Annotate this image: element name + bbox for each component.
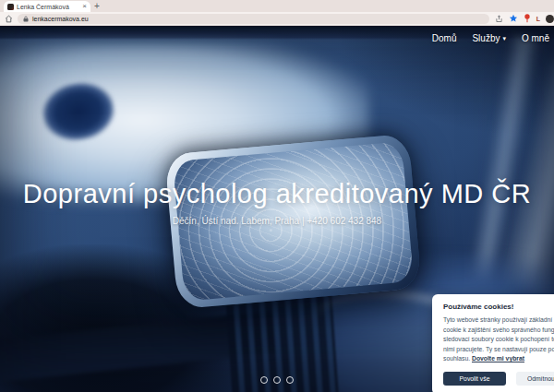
nav-item-domu[interactable]: Domů [432, 33, 457, 43]
cookie-text-prefix: souhlasu. [443, 355, 472, 362]
site-nav: Domů Služby▾ O mně [432, 33, 549, 43]
home-icon[interactable] [5, 15, 13, 23]
site-favicon [7, 4, 14, 10]
cookie-accept-button[interactable]: Povolit vše [443, 372, 506, 386]
nav-label: O mně [522, 33, 549, 43]
browser-window: Lenka Čermáková × + lenkacermakova.eu L [0, 0, 554, 392]
cookie-text-line: souhlasu. Dovolte mi vybrat [443, 354, 554, 364]
nav-label: Domů [432, 33, 457, 43]
carousel-dot[interactable] [273, 376, 281, 384]
url-text: lenkacermakova.eu [32, 16, 89, 22]
browser-toolbar: lenkacermakova.eu L [0, 12, 554, 26]
carousel-dot[interactable] [260, 376, 268, 384]
hero-subtitle: Děčín, Ústí nad. Labem, Praha | +420 602… [0, 216, 554, 226]
cookie-text-line: cookie k zajištění svého správného fungo… [443, 326, 554, 336]
nav-item-omne[interactable]: O mně [522, 33, 549, 43]
chevron-down-icon: ▾ [502, 35, 506, 42]
hero-text-block: Dopravní psycholog akreditovaný MD ČR Dě… [0, 179, 554, 226]
tab-strip: Lenka Čermáková × + [0, 0, 554, 12]
cookie-choose-link[interactable]: Dovolte mi vybrat [472, 355, 524, 362]
nav-label: Služby [472, 33, 500, 43]
new-tab-button[interactable]: + [94, 1, 100, 11]
tab-title: Lenka Čermáková [17, 4, 79, 10]
cookie-buttons: Povolit vše Odmítnout vše [443, 372, 554, 386]
cookie-text-line: Tyto webové stránky používají základní s… [443, 315, 554, 326]
extension-pin-icon[interactable] [524, 14, 531, 23]
cookie-banner: Používáme cookies! Tyto webové stránky p… [432, 294, 554, 392]
browser-tab[interactable]: Lenka Čermáková × [4, 1, 90, 12]
lock-icon [23, 16, 29, 22]
share-icon[interactable] [495, 15, 503, 23]
bookmark-star-icon[interactable] [509, 14, 518, 23]
cookie-decline-button[interactable]: Odmítnout vše [516, 372, 554, 386]
cookie-title: Používáme cookies! [443, 303, 554, 311]
toolbar-icons: L [495, 14, 554, 23]
profile-avatar[interactable] [546, 15, 554, 23]
address-bar[interactable]: lenkacermakova.eu [18, 14, 489, 24]
extension-l-icon[interactable]: L [536, 16, 540, 22]
page-title: Dopravní psycholog akreditovaný MD ČR [0, 179, 554, 209]
nav-item-sluzby[interactable]: Služby▾ [472, 33, 506, 43]
tab-close-icon[interactable]: × [82, 3, 87, 10]
carousel-dot[interactable] [286, 376, 294, 384]
cookie-text-line: sledovací soubory cookie k pochopení toh… [443, 335, 554, 345]
cookie-text-line: nimi pracujete. Ty se nastavují pouze po [443, 345, 554, 355]
